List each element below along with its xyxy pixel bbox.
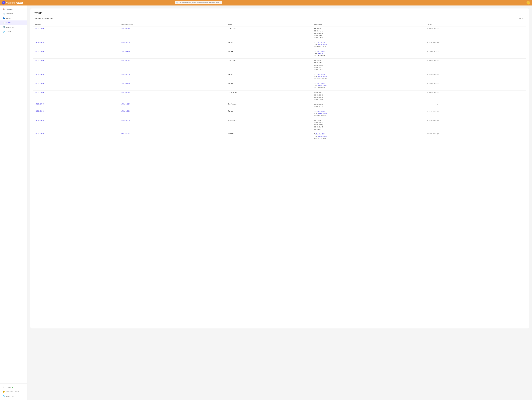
param-line: [00000...ec516] [314, 106, 323, 107]
event-time: a few seconds ago [426, 72, 526, 81]
search-input[interactable] [175, 1, 222, 4]
address-link[interactable]: 0x000...00000 [35, 133, 44, 135]
sidebar-label-contracts: Contracts [6, 13, 13, 15]
table-row: 0x000...000000xf1b...0c926TransferTo: 0x… [33, 49, 526, 58]
address-link[interactable]: 0x000...00000 [35, 119, 44, 121]
param-line: [fffff...ae3a6] [314, 28, 321, 29]
txhash-link[interactable]: 0xf1b...0c926 [121, 28, 130, 29]
txhash-link[interactable]: 0xf1b...0c926 [121, 60, 130, 62]
address-link[interactable]: 0x000...00000 [35, 110, 44, 112]
address-link[interactable]: 0x000...00000 [35, 92, 44, 94]
sidebar-item-contracts[interactable]: 📄Contracts [0, 12, 27, 16]
col-time[interactable]: Time ⇅ [426, 23, 526, 26]
event-name: 0xc42...cca67 [227, 26, 313, 40]
param-from-label: From: [314, 76, 318, 77]
sidebar-item-events[interactable]: 📈Events [0, 20, 27, 25]
table-row: 0x000...000000xf1b...0c9260xc42...cca67[… [33, 118, 526, 132]
param-line: [00000...4e38e] [314, 30, 323, 32]
param-from-value[interactable]: 0x000...00000 [318, 76, 327, 77]
theme-toggle-button[interactable]: 🌙 [526, 1, 530, 5]
txhash-link[interactable]: 0xf1b...0c926 [121, 110, 130, 112]
param-line: [00000...0a877] [314, 69, 323, 70]
event-parameters: [fffff...96d79][00000...b7abc][00000...1… [313, 58, 426, 72]
param-line: [00000...bf262] [314, 66, 323, 68]
col-address: Address [33, 23, 119, 26]
param-line: [fffff...cd683] [314, 129, 321, 130]
sidebar-item-transactions[interactable]: 🔄Transactions [0, 25, 27, 29]
sidebar-label-contact: Contact / Support [6, 391, 19, 393]
param-line: [00000...0a830] [314, 37, 323, 38]
param-from-value[interactable]: 0xFc3...8aBA0 [318, 85, 327, 86]
sidebar-label-status: Status [6, 386, 11, 388]
dashboard-icon: 🏠 [2, 8, 5, 10]
status-icon: ⚙ [2, 386, 5, 388]
sidebar-bottom-contact[interactable]: 😊Contact / Support [0, 389, 27, 394]
param-line: [00000...7f42c] [314, 35, 323, 36]
txhash-link[interactable]: 0xf1b...0c926 [121, 73, 130, 75]
col-name: Name [227, 23, 313, 26]
param-to-label: To: [314, 51, 316, 52]
main-content: Events Showing 702,352,868 events Filter… [27, 6, 532, 400]
event-name: 0xc42...cca67 [227, 58, 313, 72]
transactions-icon: 🔄 [2, 26, 5, 28]
contracts-icon: 📄 [2, 13, 5, 15]
table-body: 0x000...000000xf1b...0c9260xc42...cca67[… [33, 26, 526, 141]
param-from-value[interactable]: 0xfd0...0F5F3 [318, 53, 326, 54]
param-from-label: From: [314, 53, 318, 54]
param-value-label: Value: [314, 115, 318, 116]
address-link[interactable]: 0x000...00000 [35, 28, 44, 29]
address-link[interactable]: 0x000...00000 [35, 103, 44, 105]
sidebar-bottom-status[interactable]: ⚙Status [0, 385, 27, 389]
param-from-label: From: [314, 113, 318, 114]
address-link[interactable]: 0x000...00000 [35, 60, 44, 62]
param-line: [fffff...0e67f] [314, 120, 321, 121]
param-to-value[interactable]: 0xfd0...0F5F3 [316, 42, 324, 43]
sidebar-item-tokens[interactable]: 🔵Tokens [0, 16, 27, 20]
sidebar-item-dashboard[interactable]: 🏠Dashboard [0, 7, 27, 12]
address-link[interactable]: 0x000...00000 [35, 73, 44, 75]
param-to-value[interactable]: 0xFc3...8aBA0 [316, 74, 325, 75]
address-link[interactable]: 0x000...00000 [35, 51, 44, 52]
event-time: a few seconds ago [426, 81, 526, 90]
content-card: Events Showing 702,352,868 events Filter… [31, 8, 529, 329]
event-name: Transfer [227, 40, 313, 49]
txhash-link[interactable]: 0xf1b...0c926 [121, 51, 130, 52]
table-row: 0x000...000000xf1b...0c9260x1c4...bbad1[… [33, 102, 526, 109]
txhash-link[interactable]: 0xf1b...0c926 [121, 119, 130, 121]
address-link[interactable]: 0x000...00000 [35, 83, 44, 84]
param-value: 3401474625 [318, 138, 326, 139]
param-to-label: To: [314, 42, 316, 43]
sidebar-item-blocks[interactable]: 🧊Blocks [0, 29, 27, 34]
sidebar-label-transactions: Transactions [6, 26, 15, 28]
event-time: a few seconds ago [426, 132, 526, 141]
txhash-link[interactable]: 0xf1b...0c926 [121, 83, 130, 84]
param-from-value[interactable]: 0x000...00000 [318, 135, 327, 137]
web3labs-icon: 🌐 [2, 395, 5, 397]
param-line: [fffff...96d79] [314, 60, 321, 62]
param-to-value[interactable]: 0x000...00000 [316, 83, 325, 84]
param-to-value[interactable]: 0x000...00000 [316, 110, 325, 112]
event-parameters: [fffff...0e67f][00000...e6241][00000...f… [313, 118, 426, 132]
txhash-link[interactable]: 0xf1b...0c926 [121, 41, 130, 43]
param-from-value[interactable]: 0xAAA...9588E [318, 113, 327, 114]
param-line: [00000...fc119] [314, 124, 323, 126]
param-from-label: From: [314, 44, 318, 45]
txhash-link[interactable]: 0xf1b...0c926 [121, 92, 130, 94]
sidebar-bottom-web3labs[interactable]: 🌐Web3 Labs [0, 394, 27, 399]
txhash-link[interactable]: 0xf1b...0c926 [121, 103, 130, 105]
sidebar: 🏠Dashboard📄Contracts🔵Tokens📈Events🔄Trans… [0, 6, 27, 400]
param-value-label: Value: [314, 46, 318, 47]
param-to-value[interactable]: 0x000...00000 [316, 51, 325, 52]
param-to-label: To: [314, 74, 316, 75]
topnav: CL Chainlens testnet 🔍 🌙 [0, 0, 532, 6]
param-value: 277434038972 [318, 78, 327, 79]
param-value: 327154687562 [318, 115, 327, 116]
param-value: 665132122 [318, 55, 325, 57]
table-row: 0x000...000000xf1b...0c926TransferTo: 0x… [33, 40, 526, 49]
param-to-label: To: [314, 83, 316, 84]
address-link[interactable]: 0x000...00000 [35, 41, 44, 43]
param-to-value[interactable]: 0xA1C...43650 [316, 133, 325, 135]
param-from-value[interactable]: 0x000...00000 [318, 44, 327, 45]
filter-button[interactable]: Filter ▾ [518, 17, 526, 20]
txhash-link[interactable]: 0xf1b...0c926 [121, 133, 130, 135]
